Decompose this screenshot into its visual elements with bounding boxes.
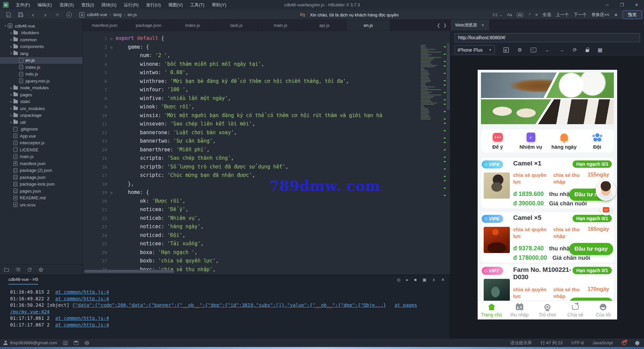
code-line[interactable]: 3 num: '2 ', xyxy=(83,51,450,60)
nav-item[interactable]: Trò chơi xyxy=(533,301,561,319)
tree-item[interactable]: ▸util xyxy=(0,119,83,126)
code-line[interactable]: 13 bannertwo: 'Sự cân bằng', xyxy=(83,137,450,146)
console-tab[interactable]: cdb46-vue - H5 xyxy=(8,277,38,285)
language-mode-label[interactable]: JavaScript xyxy=(592,340,613,345)
code-line[interactable]: 26 boxa: 'Hạn ngạch ', xyxy=(83,248,450,257)
find-query-input[interactable]: Xin chào, tôi là dịch vụ khách hàng độc … xyxy=(310,12,488,17)
tree-item[interactable]: ▾ucdb46-vue xyxy=(0,22,83,30)
new-file-icon[interactable] xyxy=(6,12,12,17)
menu-item[interactable]: 发行(U) xyxy=(142,0,164,10)
performance-gauge-icon[interactable] xyxy=(622,340,627,345)
code-line[interactable]: 27 boxb: 'chia sẻ quyền lực', xyxy=(83,257,450,265)
outline-icon[interactable] xyxy=(16,267,20,272)
tree-item[interactable]: [ ]package-lock.json xyxy=(0,181,83,188)
code-line[interactable]: 2⊟ game: { xyxy=(83,43,450,52)
console-link[interactable]: /my/my.vue:424 xyxy=(10,309,50,314)
editor-tab[interactable]: index.js xyxy=(171,20,215,31)
back-icon[interactable]: ‹ xyxy=(30,11,36,18)
maximize-button[interactable]: ❐ xyxy=(614,0,629,10)
tree-item[interactable]: MREADME.md xyxy=(0,195,83,202)
code-line[interactable]: 10 winsix: 'Mời một người bạn đăng ký có… xyxy=(83,111,450,120)
editor-tab[interactable]: package.json xyxy=(127,20,171,31)
forward-icon[interactable]: › xyxy=(42,11,48,18)
settings-gear-icon[interactable]: ⚙ xyxy=(518,47,522,53)
breadcrumb[interactable]: u cdb46-vue › lang › en.js xyxy=(79,12,137,17)
replace-toggle-button[interactable]: 替换区<< xyxy=(591,12,609,18)
open-console-icon[interactable]: >_ xyxy=(531,48,536,52)
run-icon[interactable]: ▸ xyxy=(66,12,72,17)
customer-service-avatar[interactable] xyxy=(596,181,616,201)
breadcrumb-folder[interactable]: lang xyxy=(113,12,122,17)
tree-item[interactable]: .gitignore xyxy=(0,126,83,133)
list-icon[interactable] xyxy=(63,341,68,345)
select-all-button[interactable]: 全选 xyxy=(542,12,551,18)
network-icon[interactable] xyxy=(85,341,89,345)
console-link[interactable]: at common/http.js:4 xyxy=(55,296,109,301)
code-line[interactable]: 12 bannerone: 'Luật chơi bàn xoay', xyxy=(83,129,450,137)
code-line[interactable]: 20 ok: 'Được rồi', xyxy=(83,197,450,206)
syntax-library-label[interactable]: 语法提示库 xyxy=(510,340,532,346)
tree-item[interactable]: Jen.js xyxy=(0,57,83,64)
cursor-position[interactable]: 行:47 列:23 xyxy=(541,340,563,346)
code-line[interactable]: 11 winseven: 'Sao chép liên kết lời mời'… xyxy=(83,120,450,129)
console-link[interactable]: at common/http.js:4 xyxy=(55,322,109,328)
chat-support-icon[interactable] xyxy=(600,204,612,215)
fold-icon[interactable]: ⊟ xyxy=(110,43,116,52)
tree-item[interactable]: [ ]package (2).json xyxy=(0,167,83,174)
console-link[interactable]: at common/http.js:4 xyxy=(55,315,109,321)
vip-card[interactable]: ◇VIP4Camel ×1Hạn ngạch 0/3chia sẻ quyền … xyxy=(481,158,614,208)
console-link[interactable]: {"data":{"code":200,"data":{"banner":{"_… xyxy=(72,302,386,308)
notification-bell-icon[interactable] xyxy=(635,341,639,345)
code-line[interactable]: 9 winok: 'Được rồi', xyxy=(83,103,450,111)
open-in-window-icon[interactable]: ▣ xyxy=(422,277,426,282)
editor-tab[interactable]: task.js xyxy=(215,20,259,31)
code-line[interactable]: 17 scriptc: 'Chúc mừng bạn đã nhận được'… xyxy=(83,171,450,180)
account-email[interactable]: thxp363688@gmail.com xyxy=(10,340,57,345)
tree-item[interactable]: VApp.vue xyxy=(0,133,83,140)
menu-item[interactable]: 选择(S) xyxy=(56,0,77,10)
tree-item[interactable]: ▸pages xyxy=(0,91,83,98)
vertical-scrollbar[interactable] xyxy=(447,43,450,110)
menu-item[interactable]: 运行(R) xyxy=(120,0,142,10)
qr-code-icon[interactable]: ▦ xyxy=(598,47,602,53)
tree-item[interactable]: ▸node_modules xyxy=(0,85,83,92)
tree-item[interactable]: ▸unpackage xyxy=(0,112,83,119)
url-input[interactable]: http://localhost:8080/#/ xyxy=(454,33,640,42)
editor-tab[interactable]: api.js xyxy=(303,20,346,31)
code-line[interactable]: 22 noticeb: 'Nhiệm vụ', xyxy=(83,214,450,223)
encoding-label[interactable]: UTF-8 xyxy=(571,340,584,345)
minimize-button[interactable]: ─ xyxy=(600,0,614,10)
find-previous-button[interactable]: 上一个 xyxy=(556,12,569,18)
tree-item[interactable]: ▸uni_modules xyxy=(0,105,83,112)
code-line[interactable]: 19⊟ home: { xyxy=(83,188,450,197)
minimap[interactable] xyxy=(421,45,442,120)
tree-item[interactable]: Jinterceptor.js xyxy=(0,140,83,147)
tree-item[interactable]: [ ]pages.json xyxy=(0,188,83,195)
tab-scroll-arrows[interactable]: ❮❯ xyxy=(390,20,450,31)
vip-card[interactable]: ◇VIP6Camel ×5Hạn ngạch 0/1chia sẻ quyền … xyxy=(481,212,614,262)
close-find-icon[interactable]: ✕ xyxy=(614,12,618,17)
quick-action-item[interactable]: Đội xyxy=(581,130,614,152)
resize-window-icon[interactable] xyxy=(503,47,509,53)
code-line[interactable]: 7 winfour: '100 ', xyxy=(83,86,450,94)
editor-tab[interactable]: manifest.json xyxy=(83,20,127,31)
menu-item[interactable]: 查找(I) xyxy=(77,0,98,10)
nav-item[interactable]: Chia sẻ xyxy=(561,301,589,319)
favorite-icon[interactable]: ☆ xyxy=(54,12,60,18)
account-status[interactable]: thxp363688@gmail.com xyxy=(3,340,57,345)
editor-tab[interactable]: en.js xyxy=(346,20,390,31)
tab-scroll-right-icon[interactable]: ❯ xyxy=(443,23,447,28)
find-next-button[interactable]: 下一个 xyxy=(574,12,587,18)
fold-icon[interactable]: ⊟ xyxy=(110,189,116,197)
code-line[interactable]: 6 winthree: 'Mời bạn bè đăng ký để có th… xyxy=(83,77,450,86)
quick-action-item[interactable]: ✓Nhiệm vụ xyxy=(514,130,547,152)
menu-item[interactable]: 工具(T) xyxy=(186,0,208,10)
clear-console-icon[interactable]: ✕ xyxy=(441,277,445,282)
code-line[interactable]: 16 scriptb: 'Số lượng trò chơi đã được s… xyxy=(83,163,450,171)
browser-tab[interactable]: Web浏览器 ✕ xyxy=(450,20,489,31)
find-in-console-icon[interactable]: ◎ xyxy=(397,277,400,282)
collapse-console-icon[interactable]: ∧ xyxy=(432,277,436,282)
quick-action-item[interactable]: Để ý xyxy=(481,130,514,152)
match-case-icon[interactable]: Aa xyxy=(507,12,512,17)
tree-item[interactable]: ▾lang xyxy=(0,50,83,57)
